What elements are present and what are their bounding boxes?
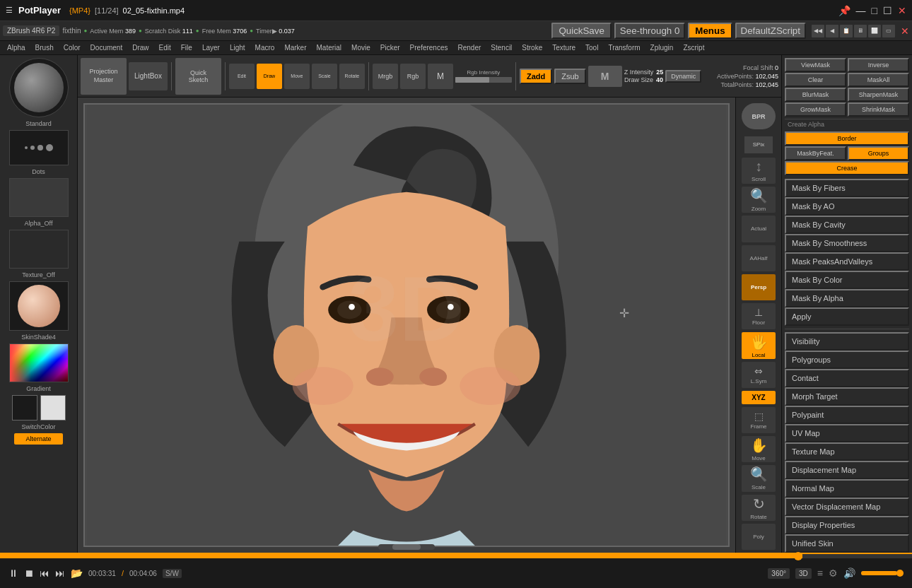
menu-zplugin[interactable]: Zplugin — [646, 43, 678, 52]
color-picker[interactable] — [9, 343, 69, 382]
close-button[interactable]: ✕ — [898, 5, 906, 16]
menu-mask-by-smoothness[interactable]: Mask By Smoothness — [785, 234, 909, 252]
menu-macro[interactable]: Macro — [251, 43, 279, 52]
menu-tool[interactable]: Tool — [581, 43, 602, 52]
menu-edit[interactable]: Edit — [155, 43, 175, 52]
quick-sketch-button[interactable]: Quick Sketch — [175, 58, 221, 95]
clear-button[interactable]: Clear — [785, 73, 846, 87]
view-3d[interactable]: 3D — [795, 568, 812, 579]
menu-displacement-map[interactable]: Displacement Map — [785, 461, 909, 479]
menu-marker[interactable]: Marker — [280, 43, 310, 52]
canvas-scrollbar[interactable] — [378, 544, 435, 550]
floor-button[interactable]: ⊥ Floor — [742, 303, 776, 329]
rotate-side-button[interactable]: ↻ Rotate — [742, 495, 776, 521]
material-preview[interactable] — [9, 281, 69, 331]
canvas-area[interactable]: 3D ✛ — [78, 98, 735, 553]
menu-document[interactable]: Document — [86, 43, 127, 52]
poly-button[interactable]: Poly — [742, 524, 776, 550]
play-pause-button[interactable]: ⏸ — [8, 568, 18, 579]
menu-render[interactable]: Render — [454, 43, 486, 52]
rgb-intensity-slider[interactable] — [455, 77, 512, 83]
defaultzscript-button[interactable]: DefaultZScript — [735, 23, 806, 39]
seethrough-button[interactable]: See-through 0 — [614, 23, 685, 39]
z-label-btn[interactable]: M — [588, 66, 622, 87]
menu-vector-displacement[interactable]: Vector Displacement Map — [785, 498, 909, 516]
menu-polypaint[interactable]: Polypaint — [785, 406, 909, 424]
pin-button[interactable]: 📌 — [838, 5, 850, 16]
aahalf-button[interactable]: AAHalf — [742, 245, 776, 271]
toolbar-icon-1[interactable]: ◀◀ — [812, 25, 824, 37]
toolbar-icon-6[interactable]: ▭ — [882, 25, 895, 37]
zoom-button[interactable]: 🔍 Zoom — [742, 187, 776, 213]
quicksave-button[interactable]: QuickSave — [551, 23, 611, 39]
menu-transform[interactable]: Transform — [604, 43, 644, 52]
menu-light[interactable]: Light — [226, 43, 250, 52]
stop-button[interactable]: ⏹ — [24, 568, 34, 579]
brush-preview[interactable] — [9, 58, 69, 117]
menu-display-properties[interactable]: Display Properties — [785, 516, 909, 534]
menu-mask-by-alpha[interactable]: Mask By Alpha — [785, 289, 909, 307]
grow-mask-button[interactable]: GrowMask — [785, 102, 846, 117]
blur-mask-button[interactable]: BlurMask — [785, 88, 846, 102]
draw-button[interactable]: Draw — [257, 64, 282, 89]
foreground-color[interactable] — [12, 395, 37, 421]
menu-zscript[interactable]: Zscript — [679, 43, 708, 52]
move-side-button[interactable]: ✋ Move — [742, 436, 776, 462]
mask-all-button[interactable]: MaskAll — [848, 73, 909, 87]
crease-button[interactable]: Crease — [785, 161, 909, 175]
restore-button[interactable]: □ — [872, 5, 877, 16]
prev-button[interactable]: ⏮ — [40, 568, 49, 579]
scroll-button[interactable]: ↕ Scroll — [742, 158, 776, 184]
spix-button[interactable]: SPix — [744, 136, 773, 153]
projection-master-button[interactable]: Projection Master — [81, 58, 127, 95]
toolbar-icon-2[interactable]: ◀ — [826, 25, 838, 37]
menu-stroke[interactable]: Stroke — [518, 43, 546, 52]
view-mask-button[interactable]: ViewMask — [785, 58, 846, 72]
menu-mask-by-cavity[interactable]: Mask By Cavity — [785, 216, 909, 234]
menu-color[interactable]: Color — [59, 43, 85, 52]
menu-mask-peaks-valleys[interactable]: Mask PeaksAndValleys — [785, 252, 909, 271]
lightbox-button[interactable]: LightBox — [129, 62, 168, 90]
menu-normal-map[interactable]: Normal Map — [785, 479, 909, 498]
xyz-button[interactable]: XYZ — [742, 391, 776, 404]
menu-draw[interactable]: Draw — [128, 43, 153, 52]
texture-preview[interactable] — [9, 230, 69, 269]
menu-unified-skin[interactable]: Unified Skin — [785, 534, 909, 553]
menu-polygroups[interactable]: Polygroups — [785, 351, 909, 369]
menu-contact[interactable]: Contact — [785, 369, 909, 387]
menu-mask-by-color[interactable]: Mask By Color — [785, 271, 909, 289]
menu-material[interactable]: Material — [312, 43, 346, 52]
toolbar-icon-4[interactable]: 🖥 — [854, 25, 867, 37]
rotate-button[interactable]: Rotate — [339, 64, 365, 89]
mask-by-features-button[interactable]: MaskByFeat. — [785, 146, 846, 160]
move-button[interactable]: Move — [284, 64, 310, 89]
volume-icon[interactable]: 🔊 — [843, 568, 855, 579]
sharpen-mask-button[interactable]: SharpenMask — [848, 88, 909, 102]
video-progress-bar[interactable] — [0, 554, 912, 558]
scale-side-button[interactable]: 🔍 Scale — [742, 465, 776, 491]
hamburger-menu[interactable]: ☰ — [6, 6, 13, 15]
menu-mask-by-fibers[interactable]: Mask By Fibers — [785, 179, 909, 197]
dynamic-button[interactable]: Dynamic — [665, 70, 701, 83]
menu-visibility[interactable]: Visibility — [785, 332, 909, 351]
alternate-button[interactable]: Alternate — [14, 433, 62, 445]
persp-button[interactable]: Persp — [742, 274, 776, 300]
menu-stencil[interactable]: Stencil — [486, 43, 516, 52]
open-button[interactable]: 📂 — [71, 568, 83, 579]
zb-toolbar-close[interactable]: ✕ — [901, 25, 909, 37]
menu-alpha[interactable]: Alpha — [3, 43, 30, 52]
maximize-button[interactable]: ☐ — [883, 5, 892, 16]
minimize-button[interactable]: — — [856, 5, 866, 16]
menu-picker[interactable]: Picker — [376, 43, 404, 52]
mrgb-button[interactable]: Mrgb — [373, 64, 398, 89]
zsub-button[interactable]: Zsub — [554, 69, 585, 84]
dots-preview[interactable] — [9, 130, 69, 165]
menu-layer[interactable]: Layer — [198, 43, 224, 52]
menu-file[interactable]: File — [177, 43, 197, 52]
menu-morph-target[interactable]: Morph Target — [785, 387, 909, 406]
volume-slider[interactable] — [861, 571, 904, 575]
rgb-button[interactable]: Rgb — [400, 64, 426, 89]
settings-icon[interactable]: ⚙ — [829, 568, 838, 579]
shrink-mask-button[interactable]: ShrinkMask — [848, 102, 909, 117]
view-360[interactable]: 360° — [768, 568, 790, 579]
